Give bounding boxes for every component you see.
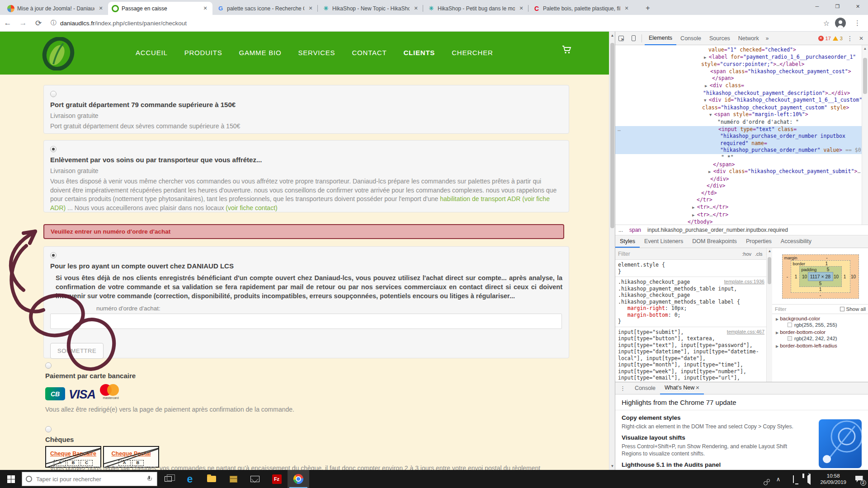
shipping-option-free-79[interactable]: Port gratuit département 79 commande sup… xyxy=(43,85,569,134)
tab-close-icon[interactable]: ✕ xyxy=(518,5,525,11)
payment-option-cheque[interactable]: Chèques Cheque Bancaire A B C Cheque Pos… xyxy=(45,426,159,468)
tab-palette-bois[interactable]: C Palette bois, palette plastique, fil ✕ xyxy=(529,2,634,15)
computed-prop-row[interactable]: ▶border-bottom-color rgb(242, 242, 242) xyxy=(776,329,865,341)
purchase-order-input[interactable] xyxy=(50,314,562,329)
taskbar-search[interactable] xyxy=(22,472,157,486)
tray-chevron-up-icon[interactable]: ∧ xyxy=(770,476,786,483)
site-logo[interactable] xyxy=(40,37,75,72)
css-rule-inputs[interactable]: template.css:467 input[type="submit"],in… xyxy=(615,327,772,382)
drawer-tab-console[interactable]: Console xyxy=(630,383,660,394)
devtools-tab-network[interactable]: Network xyxy=(734,32,763,45)
payment-option-card[interactable]: Paiement par carte bancaire CB VISA mast… xyxy=(45,362,294,413)
bookmark-star-icon[interactable]: ☆ xyxy=(823,19,830,28)
element-style-rule[interactable]: element.style {} xyxy=(615,260,772,277)
more-tabs-icon[interactable]: » xyxy=(763,35,772,42)
show-all-checkbox[interactable]: Show all xyxy=(840,306,866,312)
whats-new-item[interactable]: Copy element styles Right-click an eleme… xyxy=(615,410,814,430)
tab-close-icon[interactable]: ✕ xyxy=(97,5,104,11)
shipping2-radio[interactable] xyxy=(50,146,57,152)
submit-button[interactable]: SOUMETTRE xyxy=(50,343,104,359)
tab-joomla-update[interactable]: Mise à jour de Joomla! - Daniaud ✕ xyxy=(4,2,108,15)
browser-menu-icon[interactable]: ⋮ xyxy=(854,19,861,27)
devtools-tab-console[interactable]: Console xyxy=(676,32,705,45)
whats-new-item[interactable]: Visualize layout shifts Press Control+Sh… xyxy=(615,430,814,457)
hov-toggle[interactable]: :hov xyxy=(742,251,751,257)
edge-app-button[interactable]: e xyxy=(179,470,201,488)
filezilla-app-button[interactable]: Fz xyxy=(266,470,288,488)
box-model-diagram[interactable]: margin - - border 1 1 padding 5 xyxy=(782,254,859,299)
nav-item-contact[interactable]: CONTACT xyxy=(352,49,387,56)
tab-close-icon[interactable]: ✕ xyxy=(412,5,420,11)
network-icon[interactable] xyxy=(786,476,801,483)
card-radio[interactable] xyxy=(45,362,52,369)
mail-app-button[interactable] xyxy=(244,470,266,488)
package-app-button[interactable] xyxy=(222,470,244,488)
tab-event-listeners[interactable]: Event Listeners xyxy=(640,235,688,248)
dom-tree[interactable]: value="1" checked="checked">▶ <label for… xyxy=(615,45,862,225)
devtools-close-icon[interactable]: ✕ xyxy=(857,35,868,42)
start-button[interactable] xyxy=(0,470,22,488)
breadcrumb-input[interactable]: input.hikashop_purchase_order_number.inp… xyxy=(644,227,791,233)
chrome-app-button[interactable] xyxy=(288,470,309,488)
shipping1-radio[interactable] xyxy=(50,91,57,97)
tab-google-search[interactable]: G palette sacs icone - Recherche G ✕ xyxy=(213,2,318,15)
tab-properties[interactable]: Properties xyxy=(741,235,776,248)
tab-hikashop-bug[interactable]: ✳ HikaShop - Petit bug dans le mo ✕ xyxy=(424,2,528,15)
cls-toggle[interactable]: .cls xyxy=(755,251,763,257)
forward-icon[interactable]: → xyxy=(15,19,31,28)
close-window-button[interactable]: ✕ xyxy=(848,0,868,14)
tab-close-icon[interactable]: ✕ xyxy=(307,5,314,11)
drawer-tab-close-icon[interactable]: ✕ xyxy=(695,385,699,390)
url-text[interactable]: daniaudlcs.fr/index.php/clients/panier/c… xyxy=(60,20,187,27)
devtools-tab-sources[interactable]: Sources xyxy=(705,32,734,45)
error-count[interactable]: 17 xyxy=(826,36,831,41)
tab-accessibility[interactable]: Accessibility xyxy=(776,235,816,248)
omnibox[interactable]: ⓘ daniaudlcs.fr/index.php/clients/panier… xyxy=(49,19,818,27)
computed-filter-input[interactable]: Filter xyxy=(775,306,840,312)
payment-option-pro[interactable]: Pour les pro ayant un compte ouvert chez… xyxy=(43,246,569,358)
tab-close-icon[interactable]: ✕ xyxy=(623,5,630,11)
tab-passage-en-caisse[interactable]: Passage en caisse ✕ xyxy=(108,2,212,15)
computed-prop-row[interactable]: ▶border-bottom-left-radius xyxy=(776,343,865,348)
new-tab-button[interactable]: + xyxy=(642,3,654,14)
whats-new-item[interactable]: Lighthouse 5.1 in the Audits panel xyxy=(615,457,814,468)
devtools-tab-elements[interactable]: Elements xyxy=(645,32,676,45)
cheque-radio[interactable] xyxy=(45,426,52,432)
drawer-tab-whats-new[interactable]: What's New✕ xyxy=(660,382,704,394)
breadcrumb-more[interactable]: ... xyxy=(615,227,626,233)
nav-item-accueil[interactable]: ACCUEIL xyxy=(136,49,168,56)
nav-item-services[interactable]: SERVICES xyxy=(298,49,335,56)
dom-scrollbar[interactable]: ▲ xyxy=(862,45,868,225)
tab-styles[interactable]: Styles xyxy=(615,235,640,248)
notification-center-button[interactable]: 2 xyxy=(850,470,868,488)
volume-icon[interactable] xyxy=(801,476,816,483)
devtools-menu-icon[interactable]: ⋮ xyxy=(843,35,857,42)
page-scrollbar-thumb[interactable] xyxy=(610,43,614,228)
device-toolbar-icon[interactable] xyxy=(627,33,639,43)
task-view-button[interactable] xyxy=(157,470,179,488)
nav-item-chercher[interactable]: CHERCHER xyxy=(452,49,493,56)
file-explorer-button[interactable] xyxy=(201,470,222,488)
pro-radio[interactable] xyxy=(50,252,57,258)
page-info-icon[interactable]: ⓘ xyxy=(51,19,57,27)
shipping-option-pickup[interactable]: Enlèvement par vos soins ou par transpor… xyxy=(43,140,569,212)
nav-item-produits[interactable]: PRODUITS xyxy=(184,49,222,56)
profile-avatar[interactable] xyxy=(835,18,846,28)
styles-scrollbar[interactable]: ▲ xyxy=(766,248,772,382)
dom-scrollbar-thumb[interactable] xyxy=(863,58,867,94)
taskbar-clock[interactable]: 10:58 26/09/2019 xyxy=(820,473,846,485)
inspect-element-icon[interactable] xyxy=(615,33,627,43)
reload-icon[interactable]: ⟳ xyxy=(31,19,46,28)
tab-dom-breakpoints[interactable]: DOM Breakpoints xyxy=(688,235,741,248)
nav-item-clients[interactable]: CLIENTS xyxy=(403,49,435,56)
minimize-button[interactable]: ─ xyxy=(807,0,827,14)
page-scrollbar[interactable]: ▲ ▼ xyxy=(609,32,615,470)
drawer-menu-icon[interactable]: ⋮ xyxy=(615,385,630,392)
restore-button[interactable]: ❐ xyxy=(827,0,848,14)
cart-icon[interactable] xyxy=(562,45,572,56)
tab-close-icon[interactable]: ✕ xyxy=(202,5,209,11)
tab-hikashop-new-topic[interactable]: ✳ HikaShop - New Topic - HikaSho ✕ xyxy=(319,2,423,15)
back-icon[interactable]: ← xyxy=(0,19,15,28)
taskbar-search-input[interactable] xyxy=(36,476,147,483)
error-badge-icon[interactable]: ✕ xyxy=(818,36,824,41)
